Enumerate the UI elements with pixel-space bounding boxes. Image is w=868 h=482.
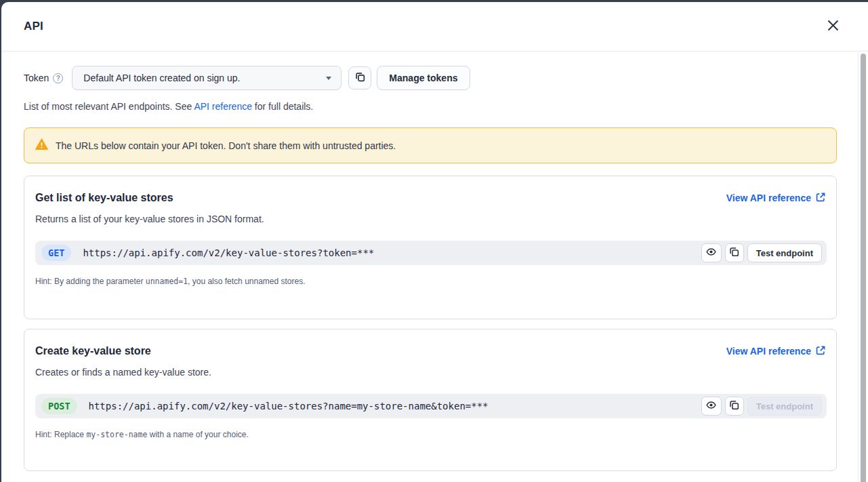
- manage-tokens-button[interactable]: Manage tokens: [377, 66, 470, 90]
- eye-icon: [706, 247, 716, 259]
- modal-header: API: [1, 2, 868, 52]
- warning-icon: [35, 138, 56, 153]
- scrollbar-thumb[interactable]: [861, 54, 866, 482]
- endpoint-card-get-list: Get list of key-value stores View API re…: [24, 176, 837, 319]
- close-icon: [827, 20, 839, 33]
- token-row: Token ? Default API token created on sig…: [24, 66, 840, 90]
- intro-text-before: List of most relevant API endpoints. See: [24, 101, 194, 112]
- hint-text-before: Hint: Replace: [35, 430, 86, 439]
- page-title: API: [24, 20, 43, 33]
- view-api-reference-link[interactable]: View API reference: [726, 193, 825, 204]
- modal-body: Token ? Default API token created on sig…: [1, 52, 868, 482]
- intro-text-after: for full details.: [252, 101, 313, 112]
- copy-icon: [355, 72, 365, 84]
- view-api-reference-label: View API reference: [726, 346, 811, 357]
- card-title: Get list of key-value stores: [35, 192, 173, 204]
- endpoint-hint: Hint: By adding the parameter unnamed=1,…: [35, 277, 825, 286]
- token-label: Token: [24, 73, 49, 83]
- endpoint-url: https://api.apify.com/v2/key-value-store…: [83, 247, 701, 258]
- view-api-reference-label: View API reference: [726, 193, 811, 203]
- eye-icon: [706, 400, 716, 412]
- bar-controls: Test endpoint: [701, 397, 822, 416]
- reveal-token-button[interactable]: [701, 243, 722, 262]
- hint-text-after: with a name of your choice.: [147, 430, 248, 439]
- copy-icon: [729, 400, 739, 412]
- card-description: Returns a list of your key-value stores …: [35, 214, 825, 224]
- help-icon[interactable]: ?: [53, 73, 63, 83]
- hint-text-after: , you also fetch unnamed stores.: [188, 277, 305, 286]
- warning-banner: The URLs below contain your API token. D…: [24, 127, 837, 163]
- method-badge: POST: [41, 398, 77, 414]
- copy-icon: [729, 247, 739, 259]
- hint-text-before: Hint: By adding the parameter: [35, 277, 146, 286]
- chevron-down-icon: [326, 77, 331, 80]
- card-description: Creates or finds a named key-value store…: [35, 367, 825, 378]
- token-dropdown-value: Default API token created on sign up.: [83, 73, 240, 83]
- endpoint-url: https://api.apify.com/v2/key-value-store…: [89, 401, 701, 411]
- api-modal: API Token ? Default API token created on…: [1, 2, 868, 482]
- intro-text: List of most relevant API endpoints. See…: [24, 101, 840, 112]
- endpoint-url-bar: POST https://api.apify.com/v2/key-value-…: [35, 394, 827, 418]
- card-title: Create key-value store: [35, 345, 151, 357]
- api-reference-link[interactable]: API reference: [194, 101, 252, 112]
- token-dropdown[interactable]: Default API token created on sign up.: [72, 66, 342, 90]
- view-api-reference-link[interactable]: View API reference: [726, 346, 825, 357]
- copy-url-button[interactable]: [725, 397, 744, 416]
- test-endpoint-button[interactable]: Test endpoint: [747, 397, 822, 416]
- method-badge: GET: [41, 245, 71, 261]
- card-head: Get list of key-value stores View API re…: [35, 192, 825, 204]
- external-link-icon: [816, 346, 825, 357]
- card-head: Create key-value store View API referenc…: [35, 345, 825, 357]
- scrollbar-track[interactable]: [858, 52, 868, 482]
- copy-url-button[interactable]: [725, 243, 744, 262]
- warning-text: The URLs below contain your API token. D…: [56, 140, 396, 151]
- hint-code: unnamed=1: [146, 277, 188, 286]
- hint-code: my-store-name: [86, 430, 147, 439]
- endpoint-card-create-store: Create key-value store View API referenc…: [24, 329, 837, 471]
- reveal-token-button[interactable]: [701, 397, 722, 416]
- test-endpoint-button[interactable]: Test endpoint: [747, 243, 822, 262]
- bar-controls: Test endpoint: [701, 243, 822, 262]
- copy-token-button[interactable]: [348, 66, 371, 89]
- close-button[interactable]: [823, 17, 842, 36]
- endpoint-url-bar: GET https://api.apify.com/v2/key-value-s…: [35, 241, 827, 265]
- external-link-icon: [816, 193, 825, 204]
- endpoint-hint: Hint: Replace my-store-name with a name …: [35, 430, 825, 439]
